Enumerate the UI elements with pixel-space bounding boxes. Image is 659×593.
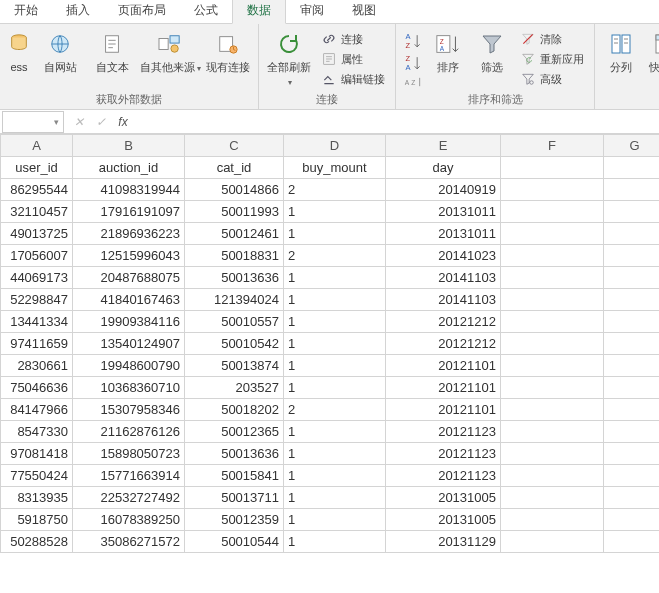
cell[interactable]	[501, 399, 604, 421]
cell[interactable]: 50013874	[185, 355, 284, 377]
ribbon-tab-1[interactable]: 插入	[52, 0, 104, 23]
cell[interactable]: 13540124907	[73, 333, 185, 355]
filter-button[interactable]: 筛选	[472, 26, 512, 74]
cell[interactable]: 50012365	[185, 421, 284, 443]
cell[interactable]	[604, 443, 660, 465]
cell[interactable]: 15771663914	[73, 465, 185, 487]
cell[interactable]: 20121101	[386, 355, 501, 377]
cell[interactable]	[501, 487, 604, 509]
connections-button[interactable]: 连接	[317, 30, 389, 48]
cell[interactable]: 20487688075	[73, 267, 185, 289]
cell[interactable]	[501, 465, 604, 487]
cell[interactable]: 50011993	[185, 201, 284, 223]
cell[interactable]: 1	[284, 531, 386, 553]
insert-function-button[interactable]: fx	[112, 115, 134, 129]
column-header[interactable]: C	[185, 135, 284, 157]
cell[interactable]: 5918750	[1, 509, 73, 531]
cell[interactable]: buy_mount	[284, 157, 386, 179]
cell[interactable]	[604, 179, 660, 201]
sort-descending-button[interactable]: ZA	[402, 52, 424, 74]
cell[interactable]: 16078389250	[73, 509, 185, 531]
cell[interactable]	[501, 223, 604, 245]
cell[interactable]: 12515996043	[73, 245, 185, 267]
cell[interactable]: 15307958346	[73, 399, 185, 421]
cell[interactable]: 50010544	[185, 531, 284, 553]
cell[interactable]	[604, 487, 660, 509]
cell[interactable]: 20121101	[386, 399, 501, 421]
cell[interactable]: 84147966	[1, 399, 73, 421]
cell[interactable]: cat_id	[185, 157, 284, 179]
name-box[interactable]: ▾	[2, 111, 64, 133]
cell[interactable]	[501, 421, 604, 443]
cell[interactable]: 1	[284, 223, 386, 245]
ribbon-tab-3[interactable]: 公式	[180, 0, 232, 23]
cell[interactable]: 20131005	[386, 487, 501, 509]
from-access-button[interactable]: ess	[6, 26, 32, 74]
cell[interactable]: 10368360710	[73, 377, 185, 399]
column-header[interactable]: A	[1, 135, 73, 157]
cell[interactable]: 8313935	[1, 487, 73, 509]
cell[interactable]	[604, 245, 660, 267]
cell[interactable]: 41098319944	[73, 179, 185, 201]
cell[interactable]: 20131129	[386, 531, 501, 553]
cell[interactable]: 50013711	[185, 487, 284, 509]
cell[interactable]: 97081418	[1, 443, 73, 465]
existing-connections-button[interactable]: 现有连接	[204, 26, 252, 74]
cell[interactable]: 75046636	[1, 377, 73, 399]
cell[interactable]: 1	[284, 289, 386, 311]
cell[interactable]	[604, 157, 660, 179]
ribbon-tab-2[interactable]: 页面布局	[104, 0, 180, 23]
cell[interactable]: 1	[284, 267, 386, 289]
cell[interactable]: 2830661	[1, 355, 73, 377]
sort-dialog-button[interactable]: ZA 排序	[428, 26, 468, 74]
cell[interactable]: 21896936223	[73, 223, 185, 245]
cell[interactable]	[501, 245, 604, 267]
cell[interactable]: 20140919	[386, 179, 501, 201]
cell[interactable]: 97411659	[1, 333, 73, 355]
cell[interactable]: user_id	[1, 157, 73, 179]
cell[interactable]: 1	[284, 509, 386, 531]
cell[interactable]	[604, 509, 660, 531]
cell[interactable]	[604, 289, 660, 311]
cell[interactable]	[501, 531, 604, 553]
cell[interactable]: 22532727492	[73, 487, 185, 509]
cell[interactable]: 50288528	[1, 531, 73, 553]
cell[interactable]: 20141103	[386, 289, 501, 311]
cell[interactable]: 13441334	[1, 311, 73, 333]
cell[interactable]: 41840167463	[73, 289, 185, 311]
cell[interactable]	[604, 333, 660, 355]
cell[interactable]: 50013636	[185, 267, 284, 289]
cell[interactable]: 77550424	[1, 465, 73, 487]
cell[interactable]	[501, 333, 604, 355]
cell[interactable]: 20131011	[386, 223, 501, 245]
cell[interactable]	[604, 223, 660, 245]
cell[interactable]: 17056007	[1, 245, 73, 267]
cell[interactable]: 1	[284, 311, 386, 333]
cell[interactable]: 50012359	[185, 509, 284, 531]
cell[interactable]: 15898050723	[73, 443, 185, 465]
cell[interactable]: 121394024	[185, 289, 284, 311]
cell[interactable]: 50015841	[185, 465, 284, 487]
cell[interactable]: 19909384116	[73, 311, 185, 333]
cell[interactable]	[501, 179, 604, 201]
cell[interactable]: 20121101	[386, 377, 501, 399]
cell[interactable]: 50018202	[185, 399, 284, 421]
flash-fill-button[interactable]: 快速填	[645, 26, 659, 74]
cell[interactable]: 20131005	[386, 509, 501, 531]
cell[interactable]: 20121123	[386, 421, 501, 443]
sort-custom-tiny[interactable]: AZ	[402, 74, 424, 90]
cell[interactable]: 1	[284, 201, 386, 223]
column-header[interactable]: E	[386, 135, 501, 157]
column-header[interactable]: G	[604, 135, 660, 157]
cell[interactable]: 2	[284, 399, 386, 421]
cell[interactable]: 1	[284, 443, 386, 465]
cell[interactable]: auction_id	[73, 157, 185, 179]
cell[interactable]	[501, 311, 604, 333]
cell[interactable]: 50010542	[185, 333, 284, 355]
ribbon-tab-5[interactable]: 审阅	[286, 0, 338, 23]
cell[interactable]: 49013725	[1, 223, 73, 245]
cell[interactable]	[501, 201, 604, 223]
cell[interactable]: 86295544	[1, 179, 73, 201]
cell[interactable]: 8547330	[1, 421, 73, 443]
cell[interactable]: 1	[284, 465, 386, 487]
